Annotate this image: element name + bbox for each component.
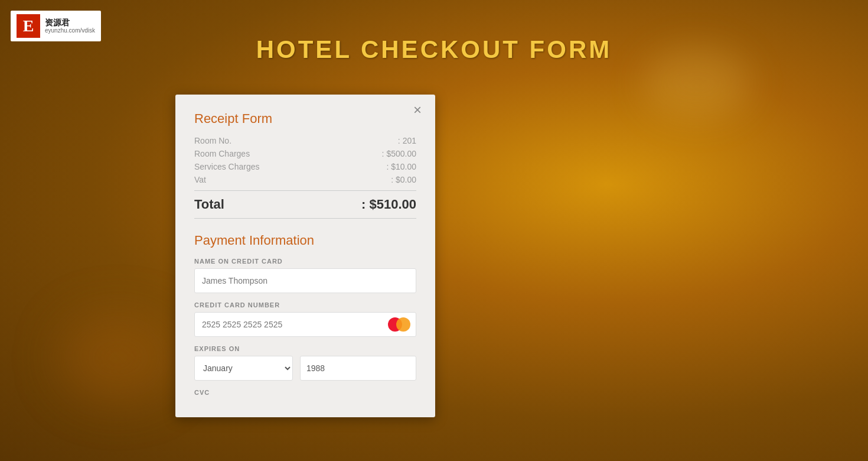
vat-value: : $0.00 <box>391 175 416 184</box>
cvc-label: CVC <box>194 389 416 396</box>
expires-month-select[interactable]: January February March April May June Ju… <box>194 356 293 381</box>
room-no-label: Room No. <box>194 136 231 145</box>
divider <box>194 190 416 191</box>
total-value: : $510.00 <box>361 197 416 212</box>
mc-orange-circle <box>396 317 410 332</box>
room-no-row: Room No. : 201 <box>194 136 416 145</box>
logo-text: 资源君 eyunzhu.com/vdisk <box>45 18 95 35</box>
page-title: HOTEL CHECKOUT FORM <box>0 0 868 64</box>
card-number-input[interactable] <box>194 312 416 337</box>
card-input-wrapper <box>194 312 416 337</box>
vat-label: Vat <box>194 175 206 184</box>
expires-row: January February March April May June Ju… <box>194 356 416 381</box>
room-charges-row: Room Charges : $500.00 <box>194 149 416 158</box>
checkout-modal: Receipt Form Room No. : 201 Room Charges… <box>175 95 435 417</box>
mastercard-icon <box>388 317 410 332</box>
room-no-value: : 201 <box>398 136 416 145</box>
logo: E 资源君 eyunzhu.com/vdisk <box>11 11 101 41</box>
card-label: CREDIT CARD NUMBER <box>194 301 416 309</box>
services-charges-row: Services Charges : $10.00 <box>194 162 416 171</box>
logo-letter: E <box>17 14 40 38</box>
name-input[interactable] <box>194 268 416 293</box>
vat-row: Vat : $0.00 <box>194 175 416 184</box>
services-label: Services Charges <box>194 162 260 171</box>
close-button[interactable] <box>410 103 425 117</box>
expires-year-input[interactable] <box>300 356 416 381</box>
services-value: : $10.00 <box>386 162 416 171</box>
expires-label: EXPIRES ON <box>194 345 416 352</box>
receipt-title: Receipt Form <box>194 111 416 126</box>
payment-title: Payment Information <box>194 233 416 248</box>
room-charges-value: : $500.00 <box>382 149 416 158</box>
name-label: NAME ON CREDIT CARD <box>194 258 416 265</box>
logo-name: 资源君 <box>45 18 95 28</box>
logo-url: eyunzhu.com/vdisk <box>45 27 95 34</box>
total-label: Total <box>194 197 224 212</box>
room-charges-label: Room Charges <box>194 149 250 158</box>
divider-2 <box>194 218 416 219</box>
total-row: Total : $510.00 <box>194 197 416 212</box>
payment-section: Payment Information NAME ON CREDIT CARD … <box>194 233 416 396</box>
